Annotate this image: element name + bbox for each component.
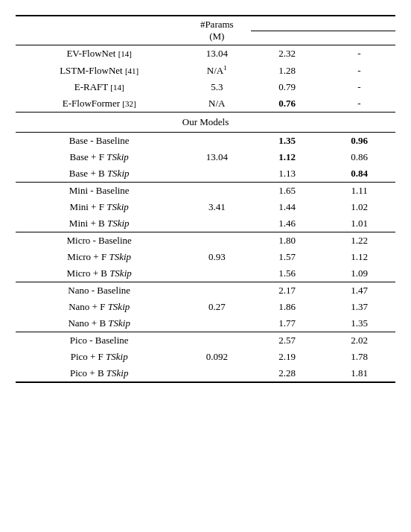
cell-snn: 1.13: [251, 165, 323, 183]
cell-arch: Micro - Baseline: [16, 232, 182, 250]
table-container: #Params(M) EV-FlowNet [14]13.042.32-LSTM…: [16, 15, 395, 383]
cell-params: [182, 265, 251, 282]
cell-snn: 2.28: [251, 365, 323, 382]
cell-hybrid: 1.81: [323, 365, 395, 382]
cell-arch: Nano + B TSkip: [16, 315, 182, 332]
cell-hybrid: 1.47: [323, 282, 395, 300]
cell-snn: 1.77: [251, 315, 323, 332]
cell-params: [182, 332, 251, 349]
cell-arch: Micro + F TSkip: [16, 249, 182, 265]
cell-params: 3.41: [182, 199, 251, 215]
header-arch: [16, 16, 182, 45]
header-params: #Params(M): [182, 16, 251, 45]
cell-arch: Base + F TSkip: [16, 149, 182, 165]
cell-arch: Base - Baseline: [16, 133, 182, 150]
cell-snn: 1.80: [251, 232, 323, 250]
cell-hybrid: 1.09: [323, 265, 395, 282]
cell-params: [182, 183, 251, 200]
cell-params: 0.092: [182, 349, 251, 365]
cell-params: [182, 232, 251, 250]
section-header-label: Our Models: [16, 113, 395, 133]
cell-params: 0.93: [182, 249, 251, 265]
cell-snn: 2.32: [251, 45, 323, 63]
cell-hybrid: 2.02: [323, 332, 395, 349]
cell-hybrid: -: [323, 95, 395, 113]
cell-snn: 1.65: [251, 183, 323, 200]
cell-snn: 0.76: [251, 95, 323, 113]
cell-arch: Pico - Baseline: [16, 332, 182, 349]
cell-hybrid: 1.37: [323, 299, 395, 315]
cell-arch: Mini + B TSkip: [16, 215, 182, 232]
cell-arch: Pico + B TSkip: [16, 365, 182, 382]
cell-snn: 1.28: [251, 62, 323, 79]
cell-hybrid: 1.01: [323, 215, 395, 232]
cell-hybrid: 1.35: [323, 315, 395, 332]
cell-snn: 1.12: [251, 149, 323, 165]
cell-arch: Nano + F TSkip: [16, 299, 182, 315]
cell-params: [182, 315, 251, 332]
cell-snn: 2.19: [251, 349, 323, 365]
cell-params: 13.04: [182, 149, 251, 165]
cell-params: [182, 365, 251, 382]
cell-params: 0.27: [182, 299, 251, 315]
cell-hybrid: 1.12: [323, 249, 395, 265]
cell-params: [182, 165, 251, 183]
cell-arch: Mini - Baseline: [16, 183, 182, 200]
cell-arch: LSTM-FlowNet [41]: [16, 62, 182, 79]
cell-arch: E-FlowFormer [32]: [16, 95, 182, 113]
cell-params: N/A: [182, 95, 251, 113]
cell-arch: E-RAFT [14]: [16, 79, 182, 95]
cell-snn: 1.35: [251, 133, 323, 150]
cell-snn: 2.17: [251, 282, 323, 300]
cell-hybrid: 1.02: [323, 199, 395, 215]
cell-snn: 0.79: [251, 79, 323, 95]
cell-params: 5.3: [182, 79, 251, 95]
cell-hybrid: 1.22: [323, 232, 395, 250]
cell-arch: EV-FlowNet [14]: [16, 45, 182, 63]
cell-hybrid: -: [323, 62, 395, 79]
cell-arch: Mini + F TSkip: [16, 199, 182, 215]
cell-params: [182, 133, 251, 150]
cell-params: N/A1: [182, 62, 251, 79]
cell-snn: 1.46: [251, 215, 323, 232]
cell-snn: 1.56: [251, 265, 323, 282]
cell-hybrid: 1.78: [323, 349, 395, 365]
cell-hybrid: 1.11: [323, 183, 395, 200]
cell-snn: 1.44: [251, 199, 323, 215]
cell-params: 13.04: [182, 45, 251, 63]
cell-hybrid: 0.84: [323, 165, 395, 183]
cell-hybrid: 0.96: [323, 133, 395, 150]
cell-arch: Base + B TSkip: [16, 165, 182, 183]
cell-hybrid: 0.86: [323, 149, 395, 165]
cell-hybrid: -: [323, 45, 395, 63]
cell-snn: 2.57: [251, 332, 323, 349]
cell-params: [182, 282, 251, 300]
cell-hybrid: -: [323, 79, 395, 95]
cell-snn: 1.86: [251, 299, 323, 315]
cell-arch: Pico + F TSkip: [16, 349, 182, 365]
header-snn: [251, 31, 323, 45]
results-table: #Params(M) EV-FlowNet [14]13.042.32-LSTM…: [16, 15, 395, 383]
cell-snn: 1.57: [251, 249, 323, 265]
header-hybrid: [323, 31, 395, 45]
header-aee: [251, 16, 395, 31]
cell-arch: Nano - Baseline: [16, 282, 182, 300]
cell-arch: Micro + B TSkip: [16, 265, 182, 282]
cell-params: [182, 215, 251, 232]
